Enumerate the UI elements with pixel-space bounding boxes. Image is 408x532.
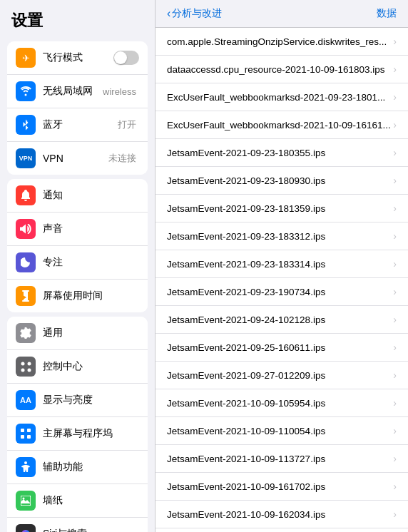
file-name: JetsamEvent-2021-09-27-012209.ips bbox=[167, 370, 393, 381]
file-list-item[interactable]: JetsamEvent-2021-09-24-102128.ips› bbox=[155, 306, 408, 334]
vpn-value: 未连接 bbox=[108, 152, 136, 165]
chevron-right-icon: › bbox=[393, 508, 397, 520]
focus-icon bbox=[16, 252, 36, 272]
file-list-item[interactable]: JetsamEvent-2021-09-27-012209.ips› bbox=[155, 362, 408, 389]
svg-point-5 bbox=[27, 368, 31, 372]
svg-rect-9 bbox=[27, 435, 31, 439]
file-name: com.apple.StreamingOnzipService.diskwrit… bbox=[167, 36, 393, 47]
file-name: JetsamEvent-2021-09-23-180930.ips bbox=[167, 175, 393, 186]
file-name: JetsamEvent-2021-09-23-183314.ips bbox=[167, 259, 393, 270]
screentime-label: 屏幕使用时间 bbox=[43, 290, 139, 302]
chevron-right-icon: › bbox=[393, 147, 397, 158]
vpn-label: VPN bbox=[43, 153, 108, 164]
sidebar-item-display[interactable]: AA 显示与亮度 bbox=[7, 384, 148, 417]
file-list-item[interactable]: log-aggregated-2021-10-10-164205.ips› bbox=[155, 528, 408, 532]
sidebar-item-notification[interactable]: 通知 bbox=[7, 179, 148, 213]
file-list-item[interactable]: JetsamEvent-2021-09-23-190734.ips› bbox=[155, 278, 408, 306]
sidebar-item-siri[interactable]: Siri与搜索 bbox=[7, 518, 148, 532]
file-name: JetsamEvent-2021-10-09-161702.ips bbox=[167, 481, 393, 492]
chevron-right-icon: › bbox=[393, 369, 397, 381]
airplane-icon: ✈ bbox=[16, 48, 36, 68]
wifi-value: wireless bbox=[103, 86, 136, 97]
svg-point-2 bbox=[21, 362, 24, 365]
sidebar-item-general[interactable]: 通用 bbox=[7, 317, 148, 350]
svg-rect-8 bbox=[21, 435, 24, 439]
file-list-item[interactable]: JetsamEvent-2021-09-23-180355.ips› bbox=[155, 139, 408, 167]
sidebar-item-wallpaper[interactable]: 墙纸 bbox=[7, 484, 148, 518]
back-chevron-icon: ‹ bbox=[167, 7, 170, 20]
sound-icon bbox=[16, 219, 36, 239]
airplane-toggle[interactable] bbox=[113, 51, 139, 65]
svg-point-4 bbox=[21, 368, 24, 372]
file-list-item[interactable]: JetsamEvent-2021-09-23-183314.ips› bbox=[155, 250, 408, 278]
chevron-right-icon: › bbox=[393, 63, 397, 75]
chevron-right-icon: › bbox=[393, 481, 397, 492]
file-name: ExcUserFault_webbookmarksd-2021-10-09-16… bbox=[167, 120, 393, 131]
sidebar-item-wifi[interactable]: 无线局域网 wireless bbox=[7, 75, 148, 108]
svg-rect-0 bbox=[22, 290, 29, 292]
back-button[interactable]: ‹ 分析与改进 bbox=[167, 7, 222, 20]
right-section-label: 数据 bbox=[377, 7, 397, 20]
chevron-right-icon: › bbox=[393, 203, 397, 214]
file-name: JetsamEvent-2021-10-09-105954.ips bbox=[167, 398, 393, 409]
vpn-icon: VPN bbox=[16, 148, 36, 168]
chevron-right-icon: › bbox=[393, 342, 397, 353]
siri-label: Siri与搜索 bbox=[43, 528, 139, 532]
sidebar-item-screentime[interactable]: 屏幕使用时间 bbox=[7, 280, 148, 312]
file-list-item[interactable]: JetsamEvent-2021-10-09-113727.ips› bbox=[155, 445, 408, 473]
sidebar-item-sound[interactable]: 声音 bbox=[7, 213, 148, 246]
file-list-item[interactable]: JetsamEvent-2021-09-23-181359.ips› bbox=[155, 195, 408, 222]
sidebar-item-airplane[interactable]: ✈ 飞行模式 bbox=[7, 41, 148, 75]
file-list-item[interactable]: dataaccessd.cpu_resource-2021-10-09-1618… bbox=[155, 56, 408, 83]
sidebar-item-vpn[interactable]: VPN VPN 未连接 bbox=[7, 142, 148, 175]
file-list: com.apple.StreamingOnzipService.diskwrit… bbox=[155, 28, 408, 532]
file-list-item[interactable]: JetsamEvent-2021-10-09-162034.ips› bbox=[155, 501, 408, 528]
siri-icon bbox=[16, 524, 36, 532]
file-name: JetsamEvent-2021-09-23-180355.ips bbox=[167, 148, 393, 158]
sidebar-item-homescreen[interactable]: 主屏幕与程序坞 bbox=[7, 417, 148, 451]
homescreen-icon bbox=[16, 424, 36, 444]
file-list-item[interactable]: JetsamEvent-2021-10-09-105954.ips› bbox=[155, 389, 408, 417]
wifi-icon bbox=[16, 81, 36, 101]
chevron-right-icon: › bbox=[393, 91, 397, 103]
sidebar-header: 设置 bbox=[0, 0, 155, 37]
controlcenter-label: 控制中心 bbox=[43, 360, 139, 373]
file-name: dataaccessd.cpu_resource-2021-10-09-1618… bbox=[167, 64, 393, 75]
file-list-item[interactable]: JetsamEvent-2021-10-09-110054.ips› bbox=[155, 417, 408, 445]
file-name: JetsamEvent-2021-09-25-160611.ips bbox=[167, 342, 393, 353]
sidebar-item-controlcenter[interactable]: 控制中心 bbox=[7, 350, 148, 384]
display-icon: AA bbox=[16, 390, 36, 410]
chevron-right-icon: › bbox=[393, 286, 397, 297]
file-list-item[interactable]: ExcUserFault_webbookmarksd-2021-10-09-16… bbox=[155, 111, 408, 139]
svg-rect-7 bbox=[27, 429, 31, 432]
wallpaper-label: 墙纸 bbox=[43, 494, 139, 507]
file-name: JetsamEvent-2021-09-23-181359.ips bbox=[167, 203, 393, 214]
svg-rect-1 bbox=[22, 300, 29, 302]
file-name: JetsamEvent-2021-10-09-110054.ips bbox=[167, 426, 393, 436]
sidebar-item-focus[interactable]: 专注 bbox=[7, 246, 148, 280]
right-panel: ‹ 分析与改进 数据 com.apple.StreamingOnzipServi… bbox=[155, 0, 408, 532]
chevron-right-icon: › bbox=[393, 425, 397, 436]
file-name: JetsamEvent-2021-09-23-183312.ips bbox=[167, 231, 393, 242]
svg-rect-6 bbox=[21, 429, 24, 432]
file-list-item[interactable]: JetsamEvent-2021-09-25-160611.ips› bbox=[155, 334, 408, 362]
bluetooth-icon bbox=[16, 115, 36, 135]
svg-point-10 bbox=[24, 461, 27, 464]
file-list-item[interactable]: JetsamEvent-2021-10-09-161702.ips› bbox=[155, 473, 408, 501]
chevron-right-icon: › bbox=[393, 36, 397, 47]
controlcenter-icon bbox=[16, 357, 36, 377]
sidebar-item-accessibility[interactable]: 辅助功能 bbox=[7, 451, 148, 484]
file-list-item[interactable]: com.apple.StreamingOnzipService.diskwrit… bbox=[155, 28, 408, 56]
sidebar-item-bluetooth[interactable]: 蓝牙 打开 bbox=[7, 108, 148, 142]
back-label: 分析与改进 bbox=[172, 7, 222, 20]
screentime-icon bbox=[16, 286, 36, 306]
focus-label: 专注 bbox=[43, 256, 139, 269]
accessibility-icon bbox=[16, 457, 36, 477]
chevron-right-icon: › bbox=[393, 230, 397, 242]
file-list-item[interactable]: JetsamEvent-2021-09-23-183312.ips› bbox=[155, 222, 408, 250]
file-list-item[interactable]: JetsamEvent-2021-09-23-180930.ips› bbox=[155, 167, 408, 195]
airplane-label: 飞行模式 bbox=[43, 51, 113, 64]
chevron-right-icon: › bbox=[393, 453, 397, 464]
file-list-item[interactable]: ExcUserFault_webbookmarksd-2021-09-23-18… bbox=[155, 83, 408, 111]
chevron-right-icon: › bbox=[393, 119, 397, 131]
